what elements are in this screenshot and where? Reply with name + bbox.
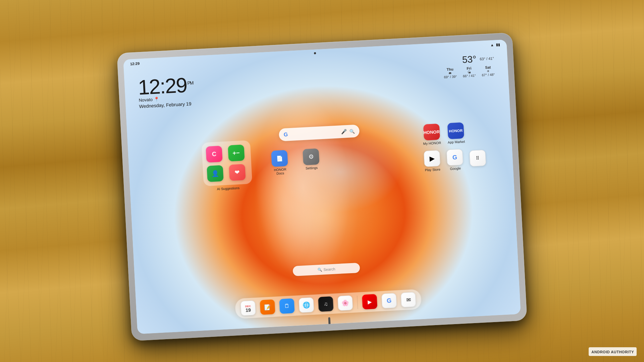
tablet-body: 12:29 ▲ ▮▮ 12:29PM Novato 📍 Wednesday, F… xyxy=(117,33,527,341)
dock-music[interactable]: ♫ xyxy=(318,296,333,312)
app-icon-settings[interactable]: ⚙ xyxy=(303,148,319,165)
dock-notes[interactable]: 🗒 xyxy=(279,298,294,314)
ai-suggestions-folder[interactable]: C +− 👤 ❤ AI Suggestions xyxy=(202,140,253,191)
notes-symbol: 🗒 xyxy=(284,303,290,309)
chrome-symbol: 🌐 xyxy=(302,301,310,309)
pages-symbol: 📝 xyxy=(264,304,271,310)
temp-range-2: 66° / 41° xyxy=(463,74,476,78)
my-honor-label: My HONOR xyxy=(423,141,441,145)
forecast-day-3: Sat ☀ 67° / 48° xyxy=(481,65,495,77)
temp-range-3: 67° / 48° xyxy=(482,73,495,77)
calculator-symbol: +− xyxy=(232,149,240,157)
google-grid-symbol: ⠿ xyxy=(476,155,480,161)
appmarket-symbol: HONOR xyxy=(449,128,463,133)
status-icons: ▲ ▮▮ xyxy=(490,42,500,47)
app-market-app[interactable]: HONOR App Market xyxy=(447,122,465,144)
search-input-area[interactable] xyxy=(290,129,338,137)
dock-photos[interactable]: 🌸 xyxy=(337,295,353,311)
clock-display: 12:29PM Novato 📍 xyxy=(138,74,194,102)
app-icon-appmarket[interactable]: HONOR xyxy=(447,122,464,139)
google-logo-g: G xyxy=(283,131,288,138)
app-icon-my-honor[interactable]: HONOR xyxy=(423,124,440,140)
app-icon-notes[interactable]: 🗒 xyxy=(279,298,294,314)
canva-symbol: C xyxy=(212,150,216,158)
google-symbol: G xyxy=(452,154,457,161)
app-icon-play-store[interactable]: ▶ xyxy=(424,150,440,167)
app-icon-calendar[interactable]: DEC 19 xyxy=(240,300,256,316)
forecast-day-1: Thu 🌧 69° / 39° xyxy=(443,67,457,79)
settings-symbol: ⚙ xyxy=(308,153,314,161)
folder-grid[interactable]: C +− 👤 ❤ xyxy=(202,140,253,186)
lens-icon[interactable]: 🔍 xyxy=(349,128,355,134)
watermark-text: ANDROID AUTHORITY xyxy=(591,350,634,354)
my-honor-symbol: HONOR xyxy=(423,129,440,135)
health-symbol: ❤ xyxy=(234,169,240,176)
google-g-symbol: G xyxy=(386,297,391,304)
play-store-symbol: ▶ xyxy=(429,155,435,163)
calendar-day: 19 xyxy=(245,307,251,312)
honor-docs-label: HONOR Docs xyxy=(270,167,290,176)
dock-calendar[interactable]: DEC 19 xyxy=(240,300,256,316)
app-icon-google-grid[interactable]: ⠿ xyxy=(469,149,486,166)
google-app[interactable]: G Google xyxy=(446,149,464,171)
app-icon-health[interactable]: ❤ xyxy=(229,164,246,181)
tablet-screen: 12:29 ▲ ▮▮ 12:29PM Novato 📍 Wednesday, F… xyxy=(123,40,521,334)
right-app-row-1: HONOR My HONOR HONOR App Market xyxy=(422,121,485,146)
dock-pages[interactable]: 📝 xyxy=(260,299,275,315)
watermark: ANDROID AUTHORITY xyxy=(589,347,637,356)
settings-label: Settings xyxy=(306,166,318,170)
gmail-symbol: ✉ xyxy=(406,296,411,303)
wifi-icon: ▲ xyxy=(490,43,494,47)
app-icon-canva[interactable]: C xyxy=(206,146,222,163)
photos-symbol: 🌸 xyxy=(341,299,349,307)
youtube-symbol: ▶ xyxy=(367,298,372,305)
dock-youtube[interactable]: ▶ xyxy=(362,294,377,309)
app-icon-contacts[interactable]: 👤 xyxy=(207,165,223,182)
tablet-device: 12:29 ▲ ▮▮ 12:29PM Novato 📍 Wednesday, F… xyxy=(117,33,527,341)
contacts-symbol: 👤 xyxy=(211,170,219,177)
microphone-icon[interactable]: 🎤 xyxy=(341,129,347,134)
app-icon-youtube[interactable]: ▶ xyxy=(362,294,377,309)
search-bar-text[interactable]: Search xyxy=(323,267,335,272)
status-time: 12:29 xyxy=(130,61,140,66)
app-market-label: App Market xyxy=(448,140,465,144)
settings-app[interactable]: ⚙ Settings xyxy=(303,148,320,170)
clock-widget: 12:29PM Novato 📍 Wednesday, February 19 xyxy=(138,74,194,109)
forecast-day-2: Fri 🌤 66° / 41° xyxy=(463,66,476,78)
play-store-app[interactable]: ▶ Play Store xyxy=(424,150,441,172)
app-icon-google-g[interactable]: G xyxy=(381,293,396,308)
weather-main: 53° 63° / 41° xyxy=(443,53,494,66)
location-text: Novato xyxy=(139,97,153,103)
weather-range: 63° / 41° xyxy=(480,56,494,61)
music-symbol: ♫ xyxy=(323,301,328,307)
app-icon-pages[interactable]: 📝 xyxy=(260,299,275,315)
battery-icon: ▮▮ xyxy=(496,42,500,47)
temp-range-1: 69° / 39° xyxy=(444,75,457,79)
search-icon: 🔍 xyxy=(317,267,322,272)
my-honor-app[interactable]: HONOR My HONOR xyxy=(422,124,441,146)
clock-hours-minutes: 12:29 xyxy=(138,73,187,99)
app-icon-gmail[interactable]: ✉ xyxy=(400,292,416,307)
weather-widget: 53° 63° / 41° Thu 🌧 69° / 39° Fri 🌤 66° … xyxy=(443,53,495,79)
right-app-row-2: ▶ Play Store G Google ⠿ xyxy=(424,148,486,172)
app-icon-chrome[interactable]: 🌐 xyxy=(299,297,314,313)
app-icon-music[interactable]: ♫ xyxy=(318,296,333,312)
clock-ampm: PM xyxy=(187,80,193,86)
weather-temp-big: 53° xyxy=(462,54,477,65)
dock-chrome[interactable]: 🌐 xyxy=(299,297,314,313)
dock-google[interactable]: G xyxy=(381,293,396,308)
dock-gmail[interactable]: ✉ xyxy=(400,292,416,307)
app-icon-photos[interactable]: 🌸 xyxy=(337,295,353,311)
app-icon-honor-docs[interactable]: 📄 xyxy=(271,150,288,167)
app-icon-google[interactable]: G xyxy=(446,149,463,166)
dock-divider xyxy=(357,296,358,309)
right-apps-group: HONOR My HONOR HONOR App Market xyxy=(422,121,486,172)
honor-docs-symbol: 📄 xyxy=(276,155,283,162)
honor-docs-app[interactable]: 📄 HONOR Docs xyxy=(269,150,290,176)
google-label: Google xyxy=(450,166,461,171)
app-icon-calculator[interactable]: +− xyxy=(228,144,245,161)
google-grid-app[interactable]: ⠿ xyxy=(469,149,486,168)
